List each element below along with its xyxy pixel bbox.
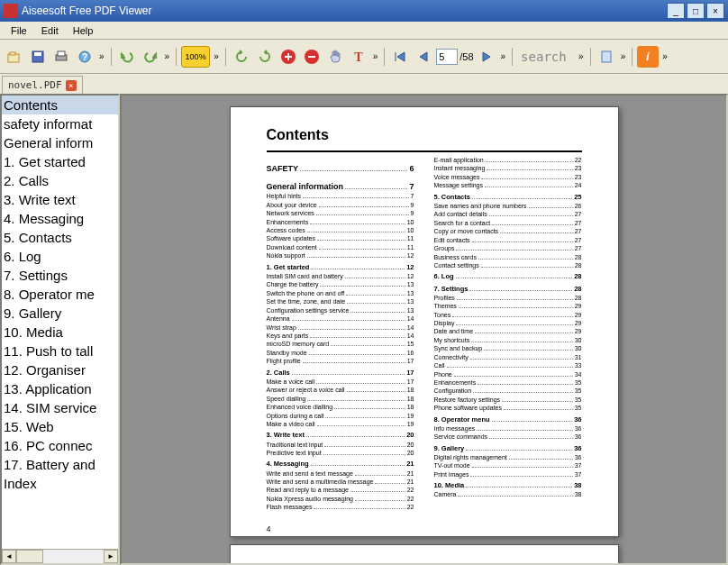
minimize-button[interactable]: _: [667, 3, 685, 19]
toc-entry: Phone software updates35: [434, 404, 582, 412]
toc-entry: Tones29: [434, 311, 582, 319]
toc-entry: Date and time29: [434, 327, 582, 335]
toc-entry: Copy or move contacts27: [434, 227, 582, 235]
outline-item[interactable]: 9. Gallery: [2, 304, 118, 323]
outline-item[interactable]: 4. Messaging: [2, 209, 118, 228]
rotate-right-button[interactable]: [254, 46, 276, 68]
toc-entry: 7. Settings28: [434, 285, 582, 294]
undo-button[interactable]: [116, 46, 138, 68]
toc-entry: Keys and parts14: [267, 332, 414, 340]
toc-entry: Sync and backup30: [434, 344, 582, 352]
outline-item[interactable]: 10. Media: [2, 323, 118, 342]
zoom-out-button[interactable]: [301, 46, 323, 68]
page-number: 4: [267, 524, 582, 533]
toc-entry: Themes29: [434, 302, 582, 310]
first-page-button[interactable]: [389, 46, 411, 68]
outline-item[interactable]: 13. Application: [2, 379, 118, 398]
toc-entry: Make a video call19: [267, 420, 414, 428]
toc-entry: Download content11: [267, 243, 414, 251]
toc-entry: SAFETY6: [267, 163, 414, 174]
print-button[interactable]: [50, 46, 72, 68]
scroll-thumb[interactable]: [16, 550, 43, 563]
bookmark-button[interactable]: [596, 46, 617, 68]
toc-entry: Configuration35: [434, 387, 582, 395]
outline-item[interactable]: 2. Calls: [2, 171, 118, 190]
hand-tool-button[interactable]: [324, 46, 346, 68]
menu-help[interactable]: Help: [66, 23, 101, 38]
outline-item[interactable]: 14. SIM service: [2, 398, 118, 417]
pdf-page: Contents SAFETY6General information7Help…: [230, 106, 619, 537]
page-total-label: /58: [460, 51, 473, 62]
menu-file[interactable]: File: [4, 23, 34, 38]
outline-item[interactable]: 17. Battery and: [2, 455, 118, 474]
tabbar: novel.PDF ×: [0, 74, 728, 94]
maximize-button[interactable]: □: [687, 3, 705, 19]
overflow-7[interactable]: »: [619, 51, 628, 61]
zoom-100-button[interactable]: 100%: [181, 46, 210, 68]
page-number-input[interactable]: [436, 49, 458, 65]
toc-entry: Make a voice call17: [267, 378, 414, 386]
outline-item[interactable]: 16. PC connec: [2, 436, 118, 455]
overflow-1[interactable]: »: [97, 51, 106, 61]
toc-entry: 4. Messaging21: [267, 460, 414, 469]
search-input[interactable]: search: [517, 47, 575, 67]
outline-item[interactable]: General inform: [2, 133, 118, 152]
rotate-left-button[interactable]: [231, 46, 252, 68]
close-button[interactable]: ×: [706, 3, 724, 19]
overflow-5[interactable]: »: [499, 51, 508, 61]
outline-item[interactable]: 6. Log: [2, 247, 118, 266]
outline-item[interactable]: 8. Operator me: [2, 285, 118, 304]
outline-item[interactable]: 1. Get started: [2, 152, 118, 171]
workspace: Contentssafety informatGeneral inform1. …: [0, 94, 728, 565]
toc-entry: Speed dialling18: [267, 395, 414, 403]
open-button[interactable]: [4, 46, 25, 68]
outline-item[interactable]: 3. Write text: [2, 190, 118, 209]
window-title: Aiseesoft Free PDF Viewer: [22, 5, 667, 17]
outline-scrollbar[interactable]: ◄ ►: [2, 549, 118, 563]
toc-entry: 8. Operator menu36: [434, 415, 582, 424]
overflow-8[interactable]: »: [660, 51, 669, 61]
toc-entry: Message settings24: [434, 181, 582, 189]
menu-edit[interactable]: Edit: [34, 23, 66, 38]
toc-entry: Traditional text input20: [267, 441, 414, 449]
outline-item[interactable]: 15. Web: [2, 417, 118, 436]
overflow-2[interactable]: »: [163, 51, 172, 61]
outline-panel: Contentssafety informatGeneral inform1. …: [0, 94, 120, 565]
save-button[interactable]: [27, 46, 49, 68]
menubar: File Edit Help: [0, 22, 728, 40]
toc-entry: Add contact details27: [434, 210, 582, 218]
toc-entry: 1. Get started12: [267, 263, 414, 272]
tab-close-button[interactable]: ×: [66, 80, 77, 91]
svg-text:i: i: [647, 50, 651, 63]
zoom-in-button[interactable]: [278, 46, 299, 68]
document-tab[interactable]: novel.PDF ×: [2, 76, 83, 94]
toc-entry: Write and send a multimedia message21: [267, 478, 414, 486]
info-button[interactable]: ?: [74, 46, 96, 68]
overflow-3[interactable]: »: [212, 51, 221, 61]
redo-button[interactable]: [140, 46, 161, 68]
outline-item[interactable]: 5. Contacts: [2, 228, 118, 247]
outline-item[interactable]: 7. Settings: [2, 266, 118, 285]
overflow-4[interactable]: »: [371, 51, 380, 61]
toc-entry: Camera38: [434, 490, 582, 498]
overflow-6[interactable]: »: [577, 51, 586, 61]
prev-page-button[interactable]: [413, 46, 434, 68]
toc-entry: Wrist strap14: [267, 324, 414, 332]
outline-item[interactable]: Contents: [2, 96, 118, 114]
outline-item[interactable]: Index: [2, 474, 118, 493]
toc-entry: Charge the battery13: [267, 280, 414, 288]
text-select-button[interactable]: T: [348, 46, 369, 68]
scroll-right-button[interactable]: ►: [104, 550, 118, 563]
next-page-button[interactable]: [476, 46, 497, 68]
toc-entry: E-mail application22: [434, 156, 582, 164]
toc-entry: Edit contacts27: [434, 236, 582, 244]
pdf-viewer[interactable]: Contents SAFETY6General information7Help…: [120, 94, 728, 565]
scroll-left-button[interactable]: ◄: [2, 550, 16, 563]
svg-rect-5: [58, 51, 65, 56]
outline-item[interactable]: safety informat: [2, 114, 118, 133]
toc-entry: Switch the phone on and off13: [267, 289, 414, 297]
toc-entry: Enhanced voice dialling18: [267, 403, 414, 411]
outline-item[interactable]: 11. Push to tall: [2, 342, 118, 360]
outline-item[interactable]: 12. Organiser: [2, 360, 118, 379]
about-button[interactable]: i: [637, 46, 659, 68]
